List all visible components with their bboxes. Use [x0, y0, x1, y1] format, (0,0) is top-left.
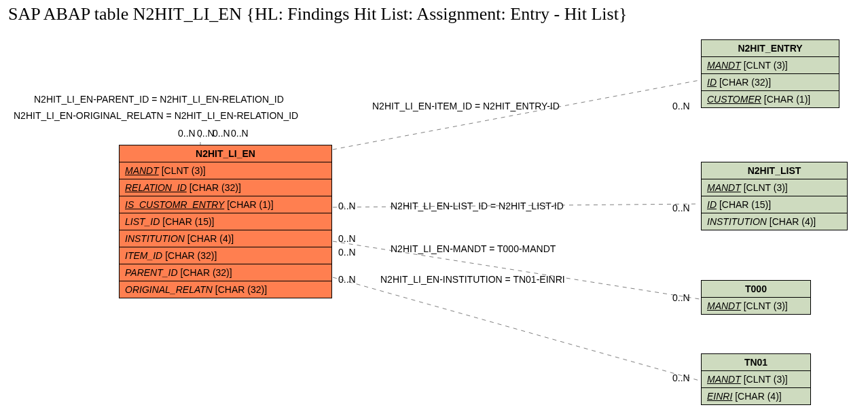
- entity-n2hit-list: N2HIT_LIST MANDT [CLNT (3)] ID [CHAR (15…: [701, 162, 848, 230]
- field-is-customr-entry: IS_CUSTOMR_ENTRY [CHAR (1)]: [120, 196, 331, 213]
- entity-t000: T000 MANDT [CLNT (3)]: [701, 280, 811, 315]
- relation-self-original: N2HIT_LI_EN-ORIGINAL_RELATN = N2HIT_LI_E…: [14, 110, 298, 121]
- field-parent-id: PARENT_ID [CHAR (32)]: [120, 264, 331, 281]
- field-original-relatn: ORIGINAL_RELATN [CHAR (32)]: [120, 281, 331, 298]
- cardinality: 0..N: [672, 101, 690, 111]
- field-id: ID [CHAR (32)]: [702, 74, 839, 91]
- entity-header: N2HIT_LI_EN: [120, 145, 331, 162]
- entity-n2hit-li-en: N2HIT_LI_EN MANDT [CLNT (3)] RELATION_ID…: [119, 145, 332, 298]
- relation-institution: N2HIT_LI_EN-INSTITUTION = TN01-EINRI: [380, 274, 565, 285]
- field-institution: INSTITUTION [CHAR (4)]: [120, 230, 331, 247]
- cardinality: 0..N: [197, 128, 215, 139]
- field-mandt: MANDT [CLNT (3)]: [702, 371, 810, 388]
- field-mandt: MANDT [CLNT (3)]: [702, 298, 810, 314]
- field-einri: EINRI [CHAR (4)]: [702, 388, 810, 404]
- page-title: SAP ABAP table N2HIT_LI_EN {HL: Findings…: [8, 4, 627, 24]
- field-customer: CUSTOMER [CHAR (1)]: [702, 91, 839, 107]
- entity-tn01: TN01 MANDT [CLNT (3)] EINRI [CHAR (4)]: [701, 353, 811, 405]
- field-list-id: LIST_ID [CHAR (15)]: [120, 213, 331, 230]
- svg-line-4: [333, 277, 700, 381]
- field-mandt: MANDT [CLNT (3)]: [702, 57, 839, 74]
- entity-header: N2HIT_ENTRY: [702, 40, 839, 57]
- field-mandt: MANDT [CLNT (3)]: [120, 162, 331, 179]
- entity-n2hit-entry: N2HIT_ENTRY MANDT [CLNT (3)] ID [CHAR (3…: [701, 39, 839, 108]
- cardinality: 0..N: [672, 203, 690, 213]
- field-relation-id: RELATION_ID [CHAR (32)]: [120, 179, 331, 196]
- field-id: ID [CHAR (15)]: [702, 196, 847, 213]
- entity-header: TN01: [702, 354, 810, 371]
- relation-mandt: N2HIT_LI_EN-MANDT = T000-MANDT: [391, 243, 556, 254]
- cardinality: 0..N: [338, 233, 356, 244]
- field-institution: INSTITUTION [CHAR (4)]: [702, 213, 847, 230]
- relation-item-entry: N2HIT_LI_EN-ITEM_ID = N2HIT_ENTRY-ID: [372, 101, 560, 111]
- cardinality: 0..N: [231, 128, 249, 139]
- entity-header: T000: [702, 281, 810, 298]
- field-item-id: ITEM_ID [CHAR (32)]: [120, 247, 331, 264]
- relation-self-parent: N2HIT_LI_EN-PARENT_ID = N2HIT_LI_EN-RELA…: [34, 94, 284, 105]
- svg-line-1: [333, 80, 700, 150]
- field-mandt: MANDT [CLNT (3)]: [702, 179, 847, 196]
- cardinality: 0..N: [338, 274, 356, 285]
- cardinality: 0..N: [338, 247, 356, 258]
- cardinality: 0..N: [178, 128, 196, 139]
- cardinality: 0..N: [213, 128, 230, 139]
- cardinality: 0..N: [338, 201, 356, 211]
- cardinality: 0..N: [672, 372, 690, 383]
- entity-header: N2HIT_LIST: [702, 162, 847, 179]
- cardinality: 0..N: [672, 292, 690, 303]
- relation-list: N2HIT_LI_EN-LIST_ID = N2HIT_LIST-ID: [391, 201, 564, 211]
